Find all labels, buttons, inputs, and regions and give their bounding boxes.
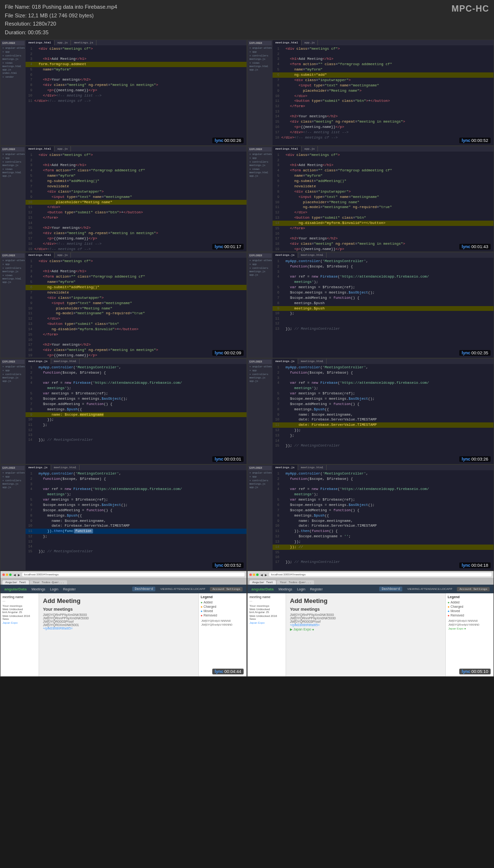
cell-8: EXPLORER ▾ angular-attendance ▾ app ▾ co…	[247, 358, 494, 464]
cell-5: EXPLORER ▾ angular-attendance ▾ app ▾ co…	[0, 252, 247, 358]
code-area-1: meetings.html app.js meetings.js 1 <div …	[26, 40, 247, 145]
sidebar-6: EXPLORER ▾ angular-attendance ▾ app ▾ co…	[247, 252, 273, 358]
cell-2: EXPLORER ▾ angular-attendance ▾ app ▾ co…	[247, 40, 494, 146]
timestamp-2: lync00:00:52	[459, 138, 491, 143]
sidebar-9: EXPLORER ▾ angular-attendance ▾ app ▾ co…	[0, 465, 26, 570]
cell-12: ◀▶ localhost:3000/#!/meetings Angular Te…	[247, 571, 494, 677]
resolution: Resolution: 1280x720	[5, 20, 489, 28]
timestamp-8: lync00:03:26	[459, 456, 491, 462]
cell-1: EXPLORER ▾ angular-attendance ▾ app ▾ co…	[0, 40, 247, 146]
timestamp-9: lync00:03:52	[212, 562, 244, 568]
sidebar-2: EXPLORER ▾ angular-attendance ▾ app ▾ co…	[247, 40, 273, 145]
code-area-8: meetings.js meetings.html 1 myApp.contro…	[273, 359, 494, 464]
timestamp-10: lync00:04:18	[459, 562, 491, 568]
sidebar-1: EXPLORER ▾ angular-attendance ▾ app ▾ co…	[0, 40, 26, 145]
code-area-4: meetings.html app.js 1 <div class="meeti…	[273, 146, 494, 252]
code-area-9: meetings.js meetings.html 1 myApp.contro…	[26, 465, 247, 570]
duration: Duration: 00:05:35	[5, 28, 489, 37]
sidebar-10: EXPLORER ▾ angular-attendance ▾ app ▾ co…	[247, 465, 273, 570]
cell-7: EXPLORER ▾ angular-attendance ▾ app ▾ co…	[0, 358, 247, 464]
cell-10: EXPLORER ▾ angular-attendance ▾ app ▾ co…	[247, 464, 494, 571]
timestamp-11: lync00:04:44	[212, 669, 244, 674]
filename: File Name: 018 Pushing data into Firebas…	[5, 3, 489, 12]
code-area-7: meetings.js meetings.html 1 myApp.contro…	[26, 359, 247, 464]
timestamp-12: lync00:05:10	[459, 669, 491, 674]
sidebar-4: EXPLORER ▾ angular-attendance ▾ app ▾ co…	[247, 146, 273, 252]
thumbnail-grid: EXPLORER ▾ angular-attendance ▾ app ▾ co…	[0, 40, 494, 677]
code-area-2: meetings.html app.js 1 <div class="meeti…	[273, 40, 494, 145]
timestamp-6: lync00:02:35	[459, 350, 491, 356]
cell-11: ◀▶ localhost:3000/#!/meetings Angular Te…	[0, 571, 247, 677]
timestamp-1: lync00:00:26	[212, 138, 244, 143]
code-area-6: meetings.js meetings.html 1 myApp.contro…	[273, 252, 494, 358]
cell-9: EXPLORER ▾ angular-attendance ▾ app ▾ co…	[0, 464, 247, 571]
timestamp-7: lync00:03:01	[212, 456, 244, 462]
sidebar-3: EXPLORER ▾ angular-attendance ▾ app ▾ co…	[0, 146, 26, 252]
code-area-10: meetings.js meetings.html 1 myApp.contro…	[273, 465, 494, 570]
timestamp-3: lync00:01:17	[212, 244, 244, 250]
code-area-5: meetings.html app.js 1 <div class="meeti…	[26, 252, 247, 358]
timestamp-5: lync00:02:09	[212, 350, 244, 356]
sidebar-7: EXPLORER ▾ angular-attendance ▾ app ▾ co…	[0, 359, 26, 464]
sidebar-5: EXPLORER ▾ angular-attendance ▾ app ▾ co…	[0, 252, 26, 358]
cell-3: EXPLORER ▾ angular-attendance ▾ app ▾ co…	[0, 146, 247, 252]
cell-4: EXPLORER ▾ angular-attendance ▾ app ▾ co…	[247, 146, 494, 252]
timestamp-4: lync00:01:43	[459, 244, 491, 250]
meta-bar: MPC-HC File Name: 018 Pushing data into …	[0, 0, 494, 40]
mpc-hc-badge: MPC-HC	[452, 2, 489, 16]
sidebar-8: EXPLORER ▾ angular-attendance ▾ app ▾ co…	[247, 359, 273, 464]
filesize: File Size: 12,1 MB (12 746 092 bytes)	[5, 12, 489, 20]
cell-6: EXPLORER ▾ angular-attendance ▾ app ▾ co…	[247, 252, 494, 358]
code-area-3: meetings.html app.js 1 <div class="meeti…	[26, 146, 247, 252]
